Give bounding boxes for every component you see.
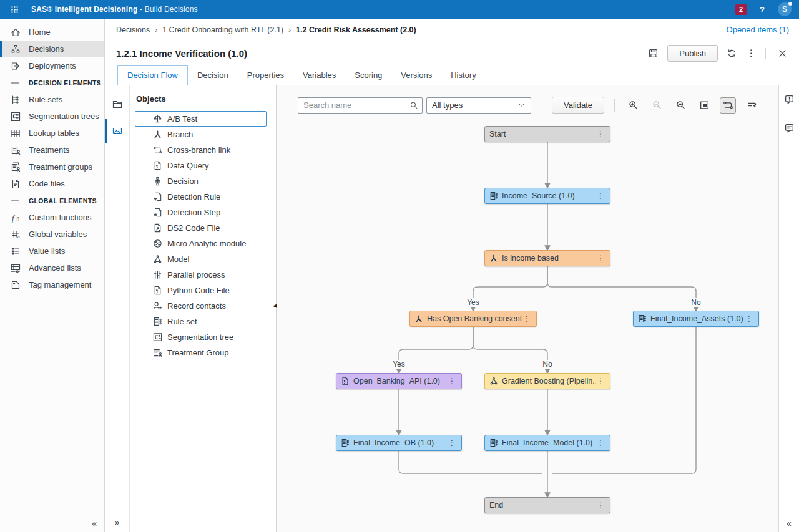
object-item-rule-set[interactable]: Rule set (135, 314, 267, 329)
tab-variables[interactable]: Variables (293, 66, 345, 85)
sidebar-item-home[interactable]: Home (0, 24, 104, 41)
type-filter-select[interactable]: All types (426, 97, 531, 114)
rule-set-icon (489, 191, 498, 200)
object-item-branch[interactable]: Branch (135, 127, 267, 142)
sidebar-item-global-variables[interactable]: aGlobal variables (0, 226, 104, 243)
tab-decision-flow[interactable]: Decision Flow (117, 65, 188, 85)
flow-node-final-income-model[interactable]: Final_Income_Model (1.0)⋮ (484, 435, 610, 451)
object-item-detection-rule[interactable]: Detection Rule (135, 189, 267, 205)
object-item-cross-branch-link[interactable]: Cross-branch link (135, 142, 267, 158)
object-item-label: Data Query (167, 161, 208, 170)
tab-scoring[interactable]: Scoring (345, 66, 391, 85)
right-rail: « (778, 85, 799, 532)
strip-expand-button[interactable]: » (105, 518, 129, 527)
palette-icon (112, 126, 122, 136)
sidebar-item-decisions[interactable]: Decisions (0, 41, 104, 57)
object-item-micro-analytic-module[interactable]: Micro Analytic module (135, 236, 267, 251)
object-item-label: Cross-branch link (167, 145, 230, 155)
rail-collapse-button[interactable]: « (779, 518, 799, 528)
validate-button[interactable]: Validate (552, 97, 604, 114)
object-item-ds2-code-file[interactable]: DS2 Code File (135, 220, 267, 236)
node-menu-button[interactable]: ⋮ (744, 314, 754, 323)
apps-grid-button[interactable] (5, 6, 24, 14)
flow-node-open-banking-api[interactable]: Open_Banking_API (1.0)⋮ (336, 373, 462, 389)
notification-badge[interactable]: 2 (735, 4, 747, 15)
overview-button[interactable] (696, 97, 712, 114)
tab-versions[interactable]: Versions (391, 66, 441, 85)
sidebar-item-custom-functions[interactable]: f[]Custom functions (0, 209, 104, 226)
sidebar-item-lookup-tables[interactable]: Lookup tables (0, 125, 104, 142)
object-item-detection-step[interactable]: Detection Step (135, 205, 267, 220)
breadcrumb-item-decisions[interactable]: Decisions (116, 26, 150, 34)
object-item-data-query[interactable]: Data Query (135, 158, 267, 173)
object-item-a-b-test[interactable]: A/B Test (135, 111, 267, 127)
flow-node-income-source[interactable]: Income_Source (1.0)⋮ (484, 188, 610, 204)
zoom-out-button[interactable] (649, 97, 665, 114)
sidebar-item-deployments[interactable]: Deployments (0, 57, 104, 74)
node-menu-button[interactable]: ⋮ (447, 377, 457, 385)
object-item-python-code-file[interactable]: Python Code File (135, 283, 267, 298)
object-item-model[interactable]: Model (135, 251, 267, 267)
node-menu-button[interactable]: ⋮ (522, 314, 532, 323)
auto-layout-button[interactable] (743, 97, 760, 114)
object-item-record-contacts[interactable]: Record contacts (135, 298, 267, 314)
node-menu-button[interactable]: ⋮ (447, 438, 457, 447)
avatar[interactable]: S (778, 2, 792, 16)
opened-items-link[interactable]: Opened items (1) (727, 25, 789, 34)
sidebar-item-treatment-groups[interactable]: Treatment groups (0, 158, 104, 175)
object-item-parallel-process[interactable]: Parallel process (135, 267, 267, 283)
comments-button[interactable] (784, 123, 795, 135)
node-menu-button[interactable]: ⋮ (596, 377, 605, 385)
node-menu-button[interactable]: ⋮ (596, 130, 605, 138)
objects-strip: » (105, 85, 130, 532)
sidebar-item-tag-management[interactable]: Tag management (0, 276, 104, 293)
module-name: Build Decisions (145, 5, 198, 14)
ds2-code-file-icon (152, 223, 163, 233)
sidebar-item-segmentation-trees[interactable]: Segmentation trees (0, 108, 104, 125)
folder-view-button[interactable] (105, 94, 129, 115)
zoom-in-button[interactable] (625, 97, 641, 114)
segmentation-trees-icon (9, 112, 22, 122)
flow-node-final-income-ob[interactable]: Final_Income_OB (1.0)⋮ (336, 435, 462, 451)
node-menu-button[interactable]: ⋮ (596, 501, 605, 510)
flow-node-start[interactable]: Start⋮ (484, 126, 610, 142)
breadcrumb-item-1-credit-onboarding-with-rtl-2-1[interactable]: 1 Credit Onboarding with RTL (2.1) (162, 26, 283, 34)
publish-button[interactable]: Publish (667, 45, 718, 62)
node-menu-button[interactable]: ⋮ (596, 191, 605, 200)
sidebar-item-rule-sets[interactable]: Rule sets (0, 91, 104, 108)
more-menu-icon[interactable] (746, 48, 757, 59)
zoom-reset-button[interactable] (672, 97, 689, 114)
type-filter-value: All types (432, 100, 517, 110)
sidebar-item-code-files[interactable]: Code files (0, 175, 104, 192)
flow-edge-9 (552, 327, 696, 473)
search-input[interactable] (303, 100, 409, 110)
object-item-treatment-group[interactable]: Treatment Group (135, 345, 267, 360)
issues-button[interactable] (784, 94, 795, 107)
sidebar-item-value-lists[interactable]: Value lists (0, 243, 104, 259)
node-menu-button[interactable]: ⋮ (596, 438, 605, 447)
show-links-button[interactable] (720, 97, 736, 114)
object-item-decision[interactable]: Decision (135, 173, 267, 189)
tab-properties[interactable]: Properties (238, 66, 293, 85)
flow-node-final-income-assets[interactable]: Final_Income_Assets (1.0)⋮ (633, 311, 759, 327)
tab-history[interactable]: History (441, 66, 485, 85)
refresh-icon[interactable] (727, 48, 737, 59)
flow-node-end[interactable]: End⋮ (484, 497, 610, 513)
node-menu-button[interactable]: ⋮ (596, 254, 605, 263)
sidebar-item-label: Advanced lists (29, 263, 81, 273)
sidebar-item-treatments[interactable]: Treatments (0, 142, 104, 158)
flow-node-is-income-based[interactable]: Is income based⋮ (484, 250, 610, 266)
flow-canvas[interactable]: All types Validate Start⋮Income_Source (… (277, 85, 778, 532)
search-icon[interactable] (409, 101, 418, 110)
objects-view-button[interactable] (105, 120, 129, 142)
close-icon[interactable] (775, 48, 790, 59)
object-item-segmentation-tree[interactable]: Segmentation tree (135, 329, 267, 345)
help-button[interactable]: ? (757, 5, 767, 14)
flow-node-gradient-boosting[interactable]: Gradient Boosting (Pipelin...⋮ (484, 373, 610, 389)
flow-node-has-open-banking-consent[interactable]: Has Open Banking consent⋮ (409, 311, 537, 327)
sidebar-item-advanced-lists[interactable]: Advanced lists (0, 259, 104, 276)
sidebar-collapse-button[interactable]: « (92, 518, 97, 528)
page-title: 1.2.1 Income Verification (1.0) (116, 48, 247, 59)
tab-decision[interactable]: Decision (188, 66, 238, 85)
save-icon[interactable] (648, 48, 659, 59)
